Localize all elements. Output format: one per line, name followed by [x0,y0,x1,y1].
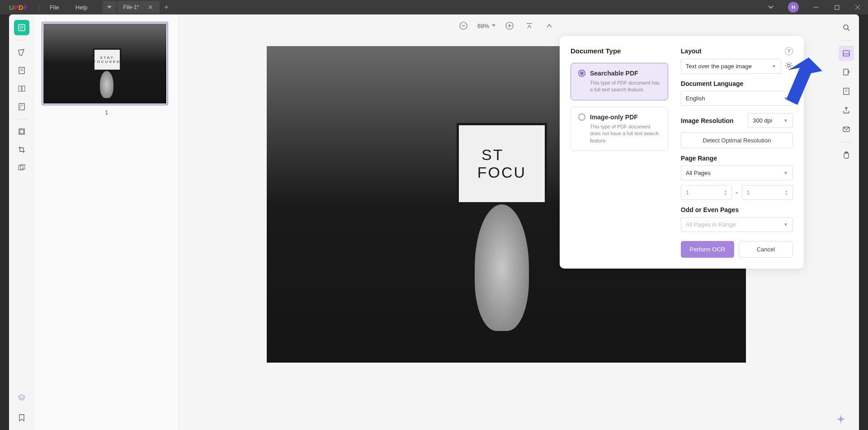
bottom-tools [9,390,34,425]
search-icon[interactable] [839,20,854,35]
language-label: Document Language [681,80,793,87]
tab-add-button[interactable]: + [164,3,168,11]
main-window: STAY FOCUSED 1 69% ST [9,14,859,430]
right-toolbar: OCR [834,14,859,430]
thumbnail-panel: STAY FOCUSED 1 [34,14,179,430]
language-select[interactable]: English ▼ [681,91,793,106]
convert-icon[interactable] [839,65,854,80]
ocr-tool-button[interactable]: OCR [839,46,854,61]
range-dash: - [736,189,738,197]
reader-tool[interactable] [14,20,29,35]
menu-file[interactable]: File [42,4,67,11]
zoom-out-button[interactable] [458,20,469,32]
detect-resolution-button[interactable]: Detect Optimal Resolution [681,132,793,148]
page-from-value: 1 [686,189,689,196]
protect-tool[interactable] [14,124,29,139]
page-range-select[interactable]: All Pages ▼ [681,165,793,180]
svg-rect-13 [19,104,24,110]
page-range-label: Page Range [681,155,793,162]
layers-icon[interactable] [14,390,29,406]
menu-help[interactable]: Help [67,4,96,11]
page-tool[interactable] [14,81,29,96]
svg-rect-12 [22,86,25,91]
tab-home[interactable] [103,1,116,14]
layout-select[interactable]: Text over the page image ▼ [681,59,781,74]
zoom-in-button[interactable] [504,20,515,32]
page-thumbnail[interactable]: STAY FOCUSED [42,22,168,105]
image-only-pdf-option[interactable]: Image-only PDF This type of PDF document… [571,107,668,151]
svg-marker-20 [19,395,25,398]
cancel-button[interactable]: Cancel [739,241,793,258]
resolution-label: Image Resolution [681,117,734,124]
imageonly-title: Image-only PDF [590,113,638,121]
odd-even-select[interactable]: All Pages in Range ▼ [681,217,793,232]
zoom-text: 69% [477,23,489,29]
svg-rect-34 [844,69,848,75]
page-to-input[interactable]: 1 ▲▼ [742,185,793,200]
share-icon[interactable] [839,103,854,118]
redact-tool[interactable] [14,160,29,175]
radio-unchecked-icon [578,113,585,121]
sign-line2: FOCU [477,164,526,181]
bookmark-icon[interactable] [14,410,29,425]
ocr-right-column: Layout ? Text over the page image ▼ Docu… [681,47,793,258]
svg-marker-23 [492,24,495,27]
left-toolbar [9,14,34,430]
tab-active[interactable]: File-1* ✕ [117,1,160,14]
form-tool[interactable] [14,99,29,114]
email-icon[interactable] [839,122,854,137]
help-icon[interactable]: ? [785,47,793,55]
tab-close-icon[interactable]: ✕ [148,4,153,11]
ocr-left-column: Document Type Searchable PDF This type o… [571,47,668,258]
edit-tool[interactable] [14,63,29,78]
page-from-input[interactable]: 1 ▲▼ [681,185,732,200]
titlebar-right: H [760,0,868,14]
odd-even-label: Odd or Even Pages [681,206,793,213]
batch-icon[interactable] [839,147,854,163]
page-to-value: 1 [747,189,750,196]
layout-label-text: Layout [681,47,702,55]
first-page-button[interactable] [524,20,535,32]
ai-assistant-icon[interactable] [835,414,846,425]
searchable-title: Searchable PDF [590,70,638,77]
searchable-desc: This type of PDF document has a full tex… [590,80,660,94]
close-button[interactable] [847,0,868,14]
searchable-pdf-option[interactable]: Searchable PDF This type of PDF document… [571,63,668,100]
spinner-buttons[interactable]: ▲▼ [724,189,727,196]
svg-point-28 [788,64,790,67]
svg-marker-9 [19,49,24,56]
zoom-value[interactable]: 69% [477,23,495,29]
compress-icon[interactable] [839,84,854,99]
app-logo: UPDF [0,4,37,11]
svg-point-15 [20,107,21,108]
page-range-value: All Pages [686,170,711,176]
perform-ocr-button[interactable]: Perform OCR [681,241,734,258]
dropdown-icon[interactable] [760,0,781,14]
prev-page-button[interactable] [543,20,555,32]
document-type-title: Document Type [571,47,668,55]
crop-tool[interactable] [14,142,29,157]
resolution-value: 300 dpi [753,117,772,124]
user-avatar[interactable]: H [788,2,799,13]
comment-tool[interactable] [14,45,29,60]
separator [841,142,852,142]
svg-marker-0 [107,6,112,9]
thumb-sign-line2: FOCUSED [94,60,121,64]
separator [841,40,852,41]
divider [39,3,39,11]
tab-bar: File-1* ✕ + [103,1,169,14]
tab-title: File-1* [123,4,139,10]
canvas-area: 69% ST FOCU Document Type [179,14,834,430]
gear-icon[interactable] [785,61,793,71]
chevron-down-icon: ▼ [783,118,788,123]
resolution-select[interactable]: 300 dpi ▼ [748,113,793,128]
chevron-down-icon [492,24,495,27]
svg-rect-2 [835,5,839,9]
maximize-button[interactable] [826,0,847,14]
language-value: English [686,95,705,102]
minimize-button[interactable] [806,0,826,14]
chevron-down-icon: ▼ [783,170,788,175]
svg-line-31 [848,29,849,31]
svg-rect-17 [20,130,24,133]
spinner-buttons[interactable]: ▲▼ [785,189,788,196]
